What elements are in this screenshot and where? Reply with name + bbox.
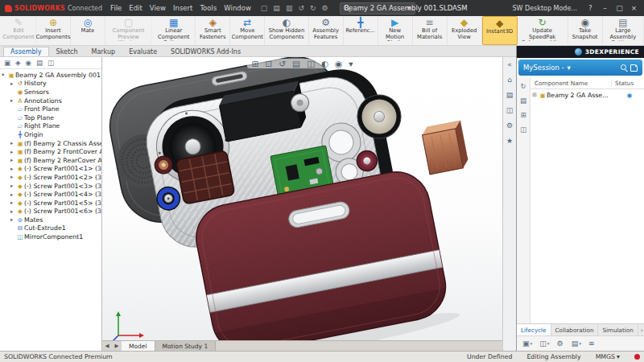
panel-toolbar-icon[interactable]: ▣ bbox=[4, 59, 10, 67]
view-toolbar-icon[interactable]: ◐ bbox=[321, 59, 328, 68]
ribbon-button[interactable]: ✎ Edit Component bbox=[2, 16, 36, 45]
menu-item[interactable]: Tools bbox=[200, 4, 217, 12]
ribbon-button[interactable]: ⚙ Assembly Features bbox=[309, 16, 344, 45]
task-pane-icon[interactable]: « bbox=[507, 60, 512, 68]
menu-item[interactable]: File bbox=[110, 4, 122, 12]
session-footer-icon[interactable]: ▣▾ bbox=[522, 339, 532, 348]
ribbon-button[interactable]: ⇄ Move Component bbox=[230, 16, 265, 45]
ribbon-button[interactable]: ▦ Linear Component Pattern bbox=[152, 16, 196, 45]
chevron-down-icon[interactable]: ▾ bbox=[568, 64, 571, 72]
tree-item[interactable]: ▸ ▣ (f) Beamy 2 Chassis Asse... bbox=[0, 139, 101, 148]
session-rail-icon[interactable]: ⊞ bbox=[520, 111, 526, 119]
command-tab[interactable]: Evaluate bbox=[122, 47, 163, 56]
expand-caret-icon[interactable]: ▸ bbox=[10, 97, 16, 104]
ribbon-button[interactable]: ◆ Instant3D bbox=[482, 16, 518, 45]
expand-caret-icon[interactable]: ▸ bbox=[10, 200, 16, 206]
view-toolbar-icon[interactable]: ◫ bbox=[307, 59, 315, 68]
ribbon-button[interactable]: ▶ New Motion Study bbox=[378, 16, 413, 45]
tree-item[interactable]: ▸ ◆ (-) Screw Part001<6> (3.7... bbox=[0, 208, 101, 216]
desktop-mode-label[interactable]: SW Desktop Mode... bbox=[513, 5, 578, 12]
help-button[interactable]: ? bbox=[584, 4, 597, 12]
toolbar-icon[interactable]: ▥ bbox=[286, 4, 293, 12]
toolbar-icon[interactable]: ↻ bbox=[310, 4, 316, 12]
tree-item[interactable]: ▸ ◆ (-) Screw Part001<5> (3.7... bbox=[0, 199, 101, 208]
task-pane-icon[interactable]: ★ bbox=[506, 137, 513, 145]
session-tree-row[interactable]: ⊞ ▣ Beamy 2 GA Asse... ◉ bbox=[530, 89, 644, 101]
tree-item[interactable]: ▱ Right Plane bbox=[0, 122, 101, 131]
tree-item[interactable]: ▸ ⊚ Mates bbox=[0, 216, 101, 224]
menu-item[interactable]: Window bbox=[224, 4, 251, 12]
expand-caret-icon[interactable]: ▸ bbox=[10, 191, 16, 198]
panel-toolbar-icon[interactable]: ◫ bbox=[47, 59, 54, 67]
session-footer-icon[interactable]: ◫▾ bbox=[539, 339, 549, 348]
toolbar-icon[interactable]: ▢ bbox=[261, 4, 268, 12]
status-header[interactable]: Status bbox=[612, 80, 644, 87]
toolbar-icon[interactable]: ▤ bbox=[273, 4, 280, 12]
tree-item[interactable]: ▾ ▣ Beamy 2 GA Assembly 001 (D... bbox=[0, 71, 101, 80]
task-pane-icon[interactable]: ◫ bbox=[506, 106, 514, 114]
expand-caret-icon[interactable]: ▸ bbox=[10, 183, 16, 189]
model-tab[interactable]: Motion Study 1 bbox=[155, 341, 217, 351]
copper-block-part[interactable] bbox=[421, 120, 469, 174]
command-tab[interactable]: Assembly bbox=[3, 47, 49, 56]
tree-item[interactable]: ▸ A Annotations bbox=[0, 97, 101, 105]
ribbon-button[interactable]: ▤ Large Assembly Settings bbox=[603, 16, 644, 45]
expand-caret-icon[interactable]: ▸ bbox=[10, 216, 16, 223]
ribbon-button[interactable]: ╋ Referenc... bbox=[344, 16, 378, 45]
tree-item[interactable]: ◉ Sensors bbox=[0, 88, 101, 97]
tab-scroll-right-icon[interactable]: ▶ bbox=[112, 341, 122, 351]
expand-caret-icon[interactable]: ▸ bbox=[10, 157, 16, 163]
ribbon-button[interactable]: ≡ Bill of Materials bbox=[413, 16, 448, 45]
tree-item[interactable]: ▱ Top Plane bbox=[0, 113, 101, 122]
session-footer-icon[interactable]: ⚙ bbox=[557, 339, 564, 348]
ribbon-button[interactable]: ◈ Smart Fasteners bbox=[196, 16, 230, 45]
tree-item[interactable]: ▸ ◆ (-) Screw Part001<1> (3.7... bbox=[0, 165, 101, 174]
view-toolbar-icon[interactable]: ↺ bbox=[279, 59, 286, 68]
expand-caret-icon[interactable]: ▸ bbox=[10, 80, 16, 87]
tag-icon[interactable] bbox=[630, 64, 638, 72]
view-toolbar-icon[interactable]: ⊡ bbox=[265, 59, 272, 68]
session-footer-icon[interactable]: ≡ bbox=[588, 339, 596, 348]
search-icon[interactable] bbox=[621, 64, 627, 71]
command-tab[interactable]: SOLIDWORKS Add-Ins bbox=[164, 47, 247, 56]
ribbon-button[interactable]: ▢ Component Preview Window bbox=[105, 16, 152, 45]
view-toolbar-icon[interactable]: ◉ bbox=[335, 59, 342, 68]
minimize-button[interactable]: – bbox=[598, 4, 612, 12]
ribbon-button[interactable]: ◆ Exploded View bbox=[448, 16, 482, 45]
expand-caret-icon[interactable]: ▾ bbox=[2, 72, 7, 78]
model-tab[interactable]: Model bbox=[122, 341, 155, 351]
command-tab[interactable]: Markup bbox=[85, 47, 122, 56]
session-tab[interactable]: Collaboration bbox=[551, 324, 599, 335]
tabs-overflow-icon[interactable]: › bbox=[638, 324, 644, 335]
maximize-button[interactable]: ▢ bbox=[613, 4, 626, 12]
tree-item[interactable]: ◫ MirrorComponent1 bbox=[0, 232, 101, 241]
menu-item[interactable]: Edit bbox=[129, 4, 142, 12]
command-tab[interactable]: Sketch bbox=[50, 47, 85, 56]
session-footer-icon[interactable]: ▤▾ bbox=[572, 339, 581, 348]
graphics-area[interactable]: ⊞⊡↺▤◫◐◉▾ bbox=[102, 57, 502, 340]
session-rail-icon[interactable]: ↻ bbox=[520, 82, 526, 90]
toolbar-icon[interactable]: ↺ bbox=[298, 4, 304, 12]
units-selector[interactable]: MMGS ▾ bbox=[596, 353, 620, 360]
ribbon-button[interactable]: ⊕ Insert Components bbox=[36, 16, 71, 45]
menu-item[interactable]: View bbox=[150, 4, 166, 12]
tree-item[interactable]: ╋ Origin bbox=[0, 130, 101, 139]
tree-item[interactable]: ⊟ Cut-Extrude1 bbox=[0, 224, 101, 233]
tree-item[interactable]: ▸ ◆ (-) Screw Part001<2> (3.7... bbox=[0, 173, 101, 182]
session-rail-icon[interactable]: ▤ bbox=[520, 97, 526, 105]
menu-item[interactable]: Insert bbox=[173, 4, 192, 12]
expand-caret-icon[interactable]: ▸ bbox=[10, 149, 16, 155]
task-pane-icon[interactable]: ▤ bbox=[506, 91, 514, 99]
session-rail-icon[interactable]: ◫ bbox=[520, 125, 526, 134]
panel-toolbar-icon[interactable]: ◈ bbox=[15, 59, 21, 67]
tab-scroll-left-icon[interactable]: ◀ bbox=[102, 341, 112, 351]
close-button[interactable]: × bbox=[627, 4, 641, 12]
ribbon-button[interactable]: ↻ Update SpeedPak Subassemblies bbox=[518, 16, 568, 45]
my-session-bar[interactable]: MySession - ▾ bbox=[518, 60, 642, 76]
component-name-header[interactable]: Component Name bbox=[530, 80, 612, 87]
tree-item[interactable]: ▱ Front Plane bbox=[0, 105, 101, 113]
expand-caret-icon[interactable]: ▸ bbox=[10, 174, 16, 180]
panel-toolbar-icon[interactable]: ◉ bbox=[26, 59, 31, 67]
session-tab[interactable]: Lifecycle bbox=[517, 324, 551, 335]
expand-icon[interactable]: ⊞ bbox=[530, 92, 539, 98]
